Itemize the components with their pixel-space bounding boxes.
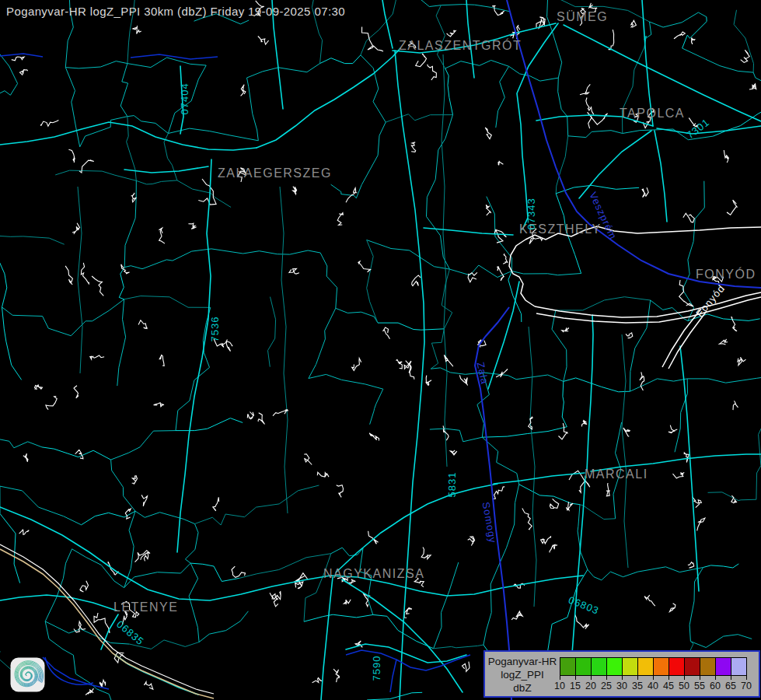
legend-tick-mark [684,676,685,680]
legend-tick-mark [606,676,607,680]
legend-swatch [684,657,700,676]
legend-tick-mark [622,676,623,680]
page-title: Poganyvar-HR logZ_PPI 30km (dbZ) Friday … [6,5,345,18]
legend-swatch [715,657,731,676]
radar-image-viewport: Poganyvar-HR logZ_PPI 30km (dbZ) Friday … [0,0,761,700]
legend-swatch [575,657,592,676]
legend-product-name: logZ_PPI [485,668,560,681]
legend-tick-mark [653,676,654,680]
legend-tick-mark [731,676,731,680]
legend-swatch [622,657,638,676]
legend-color-scale: 10152025303540455055606570 [560,657,759,696]
legend-tick-label: 50 [679,681,689,691]
legend-swatch [700,657,716,676]
legend-color-swatches [560,657,747,676]
legend-tick-mark [560,676,560,680]
hungaromet-spiral-logo [10,657,45,692]
legend-tick-label: 60 [710,681,721,691]
legend-swatch [591,657,607,676]
legend-swatch [637,657,654,676]
legend-tick-label: 35 [632,681,643,691]
legend-tick-label: 55 [694,681,705,691]
legend-text-block: Poganyvar-HR logZ_PPI dbZ [485,655,560,695]
legend-radar-name: Poganyvar-HR [485,655,560,668]
legend-tick-label: 30 [616,681,627,691]
legend-tick-mark [746,676,747,680]
legend-tick-label: 20 [585,681,596,691]
legend-tick-mark [715,676,716,680]
legend-tick-mark [668,676,669,680]
legend-tick-label: 65 [725,681,736,691]
legend-unit-label: dbZ [485,681,560,695]
legend-swatch [606,657,623,676]
legend-swatch [668,657,685,676]
legend-tick-label: 25 [601,681,612,691]
legend-swatch [731,657,747,676]
legend-tick-label: 40 [648,681,658,691]
legend-swatch [653,657,669,676]
legend-tick-label: 70 [741,681,752,691]
legend-tick-mark [637,676,638,680]
legend-swatch [560,657,576,676]
legend-tick-mark [591,676,592,680]
legend-tick-label: 45 [663,681,674,691]
legend-tick-mark [575,676,576,680]
legend-tick-mark [700,676,700,680]
radar-basemap [0,0,761,700]
color-scale-legend: Poganyvar-HR logZ_PPI dbZ 10152025303540… [483,650,760,698]
legend-tick-label: 10 [554,681,565,691]
legend-tick-label: 15 [570,681,581,691]
